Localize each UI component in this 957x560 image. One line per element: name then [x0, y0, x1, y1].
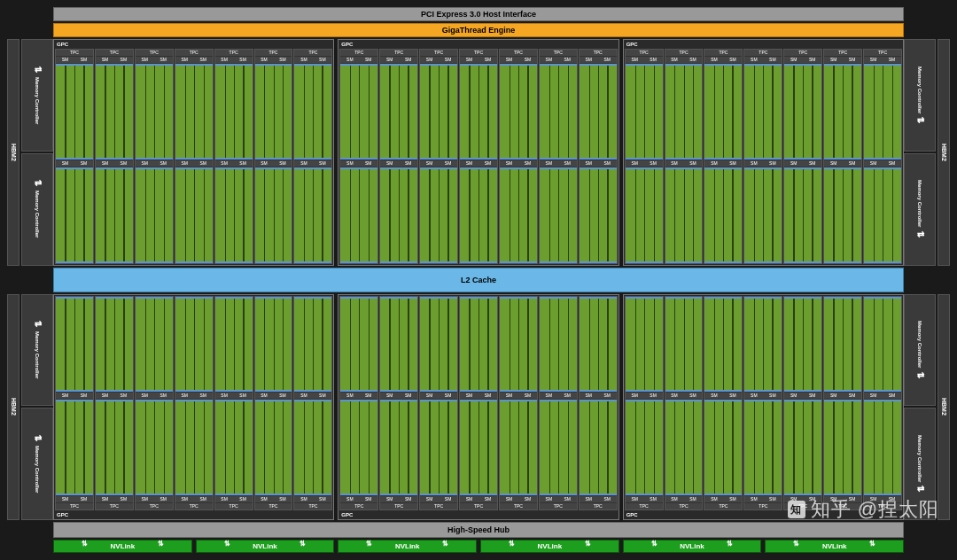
sm-label: SM	[744, 160, 763, 167]
tpc-block: SMSMSMSMTPC	[175, 296, 214, 511]
cuda-cores-block	[255, 400, 292, 495]
tpc-label: TPC	[175, 50, 213, 56]
sm-label: SM	[294, 496, 313, 502]
tpc-label: TPC	[626, 50, 663, 56]
left-hbm-column-top: HBM2 ⇄Memory Controller ⇄Memory Controll…	[7, 39, 53, 266]
sm-label: SM	[843, 160, 861, 167]
tpc-label: TPC	[744, 503, 782, 509]
sm-label: SM	[723, 393, 742, 399]
tpc-block: SMSMSMSMTPC	[254, 296, 293, 511]
sm-label: SM	[843, 393, 861, 399]
tpc-label: TPC	[704, 503, 742, 509]
sm-label: SM	[420, 57, 439, 63]
tpc-row: TPCSMSMSMSMTPCSMSMSMSMTPCSMSMSMSMTPCSMSM…	[55, 49, 332, 264]
memory-controller: Memory Controller⇄	[904, 39, 936, 152]
tpc-block: SMSMSMSMTPC	[863, 296, 902, 511]
watermark-text: 知乎 @捏太阳	[811, 496, 939, 523]
cuda-cores-block	[704, 64, 742, 159]
sm-label: SM	[784, 160, 803, 167]
sm-label: SM	[273, 160, 292, 167]
tpc-label: TPC	[665, 503, 703, 509]
cuda-cores-block	[704, 297, 742, 393]
cuda-cores-block	[540, 167, 577, 263]
tpc-block: TPCSMSMSMSM	[665, 49, 704, 264]
tpc-label: TPC	[665, 50, 703, 56]
sm-label: SM	[420, 160, 439, 167]
tpc-label: TPC	[420, 503, 457, 509]
gpc-row-top: GPCTPCSMSMSMSMTPCSMSMSMSMTPCSMSMSMSMTPCS…	[53, 39, 904, 266]
sm-label: SM	[723, 496, 742, 502]
tpc-block: TPCSMSMSMSM	[704, 49, 743, 264]
tpc-row: TPCSMSMSMSMTPCSMSMSMSMTPCSMSMSMSMTPCSMSM…	[339, 49, 617, 264]
tpc-label: TPC	[626, 503, 663, 509]
cuda-cores-block	[136, 64, 173, 159]
cuda-cores-block	[500, 64, 537, 159]
gpc-row-bottom: SMSMSMSMTPCSMSMSMSMTPCSMSMSMSMTPCSMSMSMS…	[53, 294, 904, 521]
memory-controller: ⇄Memory Controller	[21, 294, 53, 407]
cuda-cores-block	[500, 400, 537, 495]
cuda-cores-block	[744, 400, 782, 495]
cuda-cores-block	[626, 297, 663, 393]
hbm2-block: HBM2	[938, 39, 950, 266]
sm-label: SM	[340, 496, 359, 502]
tpc-label: TPC	[540, 50, 577, 56]
sm-label: SM	[255, 393, 274, 399]
sm-label: SM	[340, 160, 359, 167]
cuda-cores-block	[215, 297, 253, 393]
tpc-label: TPC	[255, 503, 292, 509]
cuda-cores-block	[294, 64, 331, 159]
sm-label: SM	[665, 160, 684, 167]
tpc-block: SMSMSMSMTPC	[459, 296, 498, 511]
tpc-block: TPCSMSMSMSM	[459, 49, 498, 264]
sm-label: SM	[540, 496, 558, 502]
cuda-cores-block	[824, 297, 861, 393]
sm-label: SM	[723, 57, 742, 63]
cuda-cores-block	[580, 297, 617, 393]
sm-label: SM	[194, 57, 213, 63]
cuda-cores-block	[665, 400, 703, 495]
cuda-cores-block	[380, 64, 417, 159]
sm-label: SM	[255, 160, 274, 167]
sm-label: SM	[420, 496, 439, 502]
sm-label: SM	[500, 57, 518, 63]
sm-label: SM	[313, 160, 331, 167]
memory-controller: Memory Controller⇄	[904, 294, 936, 407]
cuda-cores-block	[626, 400, 663, 495]
cuda-cores-block	[340, 297, 377, 393]
tpc-block: TPCSMSMSMSM	[135, 49, 174, 264]
sm-label: SM	[215, 496, 234, 502]
gpc-block: SMSMSMSMTPCSMSMSMSMTPCSMSMSMSMTPCSMSMSMS…	[623, 294, 904, 521]
cuda-cores-block	[420, 297, 457, 393]
cuda-cores-block	[380, 297, 417, 393]
cuda-cores-block	[665, 167, 703, 263]
sm-label: SM	[359, 496, 377, 502]
sm-label: SM	[665, 393, 684, 399]
tpc-block: SMSMSMSMTPC	[625, 296, 664, 511]
sm-label: SM	[540, 160, 558, 167]
sm-label: SM	[359, 393, 377, 399]
gpc-block: SMSMSMSMTPCSMSMSMSMTPCSMSMSMSMTPCSMSMSMS…	[338, 294, 619, 521]
sm-label: SM	[704, 393, 723, 399]
sm-label: SM	[234, 160, 253, 167]
cuda-cores-block	[580, 64, 617, 159]
tpc-label: TPC	[500, 50, 537, 56]
sm-label: SM	[723, 160, 742, 167]
tpc-row: SMSMSMSMTPCSMSMSMSMTPCSMSMSMSMTPCSMSMSMS…	[625, 296, 902, 511]
gpc-label: GPC	[339, 41, 617, 48]
sm-label: SM	[313, 496, 331, 502]
tpc-label: TPC	[784, 50, 821, 56]
tpc-block: SMSMSMSMTPC	[499, 296, 538, 511]
sm-label: SM	[154, 393, 173, 399]
sm-label: SM	[399, 160, 417, 167]
tpc-block: SMSMSMSMTPC	[539, 296, 578, 511]
sm-label: SM	[380, 496, 399, 502]
sm-label: SM	[704, 57, 723, 63]
sm-label: SM	[273, 496, 292, 502]
tpc-block: TPCSMSMSMSM	[254, 49, 293, 264]
gpc-block: SMSMSMSMTPCSMSMSMSMTPCSMSMSMSMTPCSMSMSMS…	[53, 294, 334, 521]
cuda-cores-block	[704, 400, 742, 495]
cuda-cores-block	[824, 64, 861, 159]
sm-label: SM	[763, 160, 782, 167]
cuda-cores-block	[540, 400, 577, 495]
sm-label: SM	[824, 393, 843, 399]
